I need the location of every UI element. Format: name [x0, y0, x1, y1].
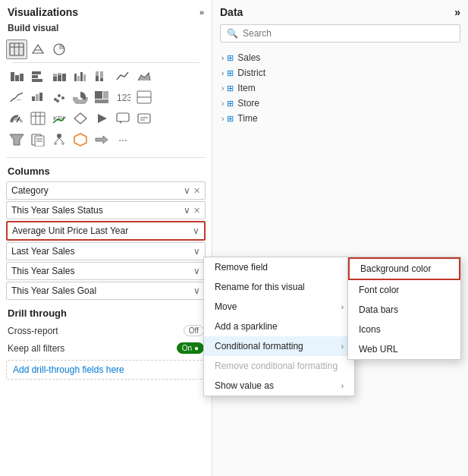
- menu-rename[interactable]: Rename for this visual: [204, 277, 354, 297]
- vis-icon-100pct[interactable]: [91, 66, 112, 86]
- vis-icon-play[interactable]: [91, 109, 112, 128]
- menu-conditional-formatting-label: Conditional formatting: [215, 341, 303, 351]
- field-last-year-sales-label: Last Year Sales: [11, 246, 193, 257]
- search-box[interactable]: 🔍: [220, 24, 460, 43]
- icon-row-3: 123: [6, 87, 206, 107]
- svg-rect-50: [138, 114, 150, 123]
- vis-icon-diamond[interactable]: [70, 109, 91, 128]
- data-title: Data: [220, 6, 243, 18]
- tree-chevron-sales: ›: [221, 54, 224, 62]
- tree-chevron-item: ›: [221, 84, 224, 93]
- vis-icon-kpi[interactable]: KPI: [49, 109, 70, 128]
- vis-icon-scatter[interactable]: [49, 87, 70, 107]
- add-drillthrough[interactable]: Add drill-through fields here: [6, 360, 206, 380]
- tree-table-icon-district: ⊞: [227, 68, 234, 78]
- submenu-web-url[interactable]: Web URL: [348, 339, 460, 359]
- svg-rect-35: [103, 91, 108, 99]
- submenu-font-color-label: Font color: [359, 285, 399, 295]
- field-chevron-icon2: ∨: [184, 205, 190, 216]
- icon-grid: 123 KPI ···: [0, 38, 212, 154]
- submenu-background-color[interactable]: Background color: [348, 257, 460, 280]
- field-last-year-sales[interactable]: Last Year Sales ∨: [6, 242, 206, 260]
- svg-marker-53: [10, 134, 24, 145]
- field-chevron-icon: ∨: [184, 185, 190, 196]
- vis-icon-gauge[interactable]: [6, 109, 27, 128]
- menu-show-value-as[interactable]: Show value as ›: [204, 376, 354, 396]
- vis-icon-analytics[interactable]: [49, 39, 70, 59]
- right-panel: Data » 🔍 › ⊞ Sales › ⊞ District › ⊞ Item…: [212, 0, 468, 476]
- field-avg-unit-price[interactable]: Average Unit Price Last Year ∨: [6, 221, 206, 241]
- fields-list: Category ∨ ✕ This Year Sales Status ∨ ✕ …: [0, 180, 212, 301]
- svg-rect-7: [15, 75, 19, 81]
- menu-move[interactable]: Move ›: [204, 297, 354, 317]
- vis-icon-matrix[interactable]: [27, 109, 49, 128]
- vis-icon-pie[interactable]: [70, 87, 91, 107]
- field-avg-unit-price-icons: ∨: [193, 225, 199, 236]
- vis-icon-number[interactable]: 123: [112, 87, 133, 107]
- data-chevron[interactable]: »: [454, 6, 460, 18]
- svg-rect-18: [77, 76, 80, 81]
- vis-icon-multirow[interactable]: [133, 87, 155, 107]
- field-this-year-goal[interactable]: This Year Sales Goal ∨: [6, 282, 206, 300]
- menu-sparkline[interactable]: Add a sparkline: [204, 317, 354, 336]
- visualizations-chevron[interactable]: »: [199, 8, 204, 17]
- tree-sales[interactable]: › ⊞ Sales: [215, 50, 465, 65]
- vis-icon-bar[interactable]: [6, 66, 27, 86]
- vis-icon-paginated[interactable]: [27, 130, 49, 150]
- vis-icon-line[interactable]: [112, 66, 133, 86]
- vis-icon-treemap[interactable]: [91, 87, 112, 107]
- vis-icon-arrow[interactable]: [91, 130, 112, 150]
- svg-point-30: [58, 94, 61, 97]
- drill-keep-filters-label: Keep all filters: [8, 343, 64, 354]
- vis-icon-stacked[interactable]: [49, 66, 70, 86]
- field-remove-icon[interactable]: ✕: [193, 186, 200, 196]
- svg-marker-64: [96, 136, 108, 143]
- vis-icon-waterfall[interactable]: [27, 87, 49, 107]
- vis-icon-table[interactable]: [6, 39, 27, 59]
- cross-report-toggle[interactable]: Off: [184, 325, 204, 336]
- vis-icon-area[interactable]: [133, 66, 155, 86]
- drill-cross-report: Cross-report Off: [0, 322, 212, 339]
- svg-rect-8: [20, 74, 24, 81]
- submenu-web-url-label: Web URL: [359, 344, 398, 355]
- tree-table-icon-item: ⊞: [227, 84, 234, 93]
- search-input[interactable]: [243, 28, 454, 39]
- submenu-data-bars[interactable]: Data bars: [348, 300, 460, 320]
- menu-move-label: Move: [215, 301, 237, 312]
- svg-line-59: [55, 138, 59, 142]
- tree-district[interactable]: › ⊞ District: [215, 65, 465, 80]
- keep-filters-toggle[interactable]: On ●: [177, 342, 204, 354]
- menu-rename-label: Rename for this visual: [215, 282, 305, 292]
- field-thisyear-status-label: This Year Sales Status: [11, 205, 184, 216]
- menu-conditional-formatting[interactable]: Conditional formatting ›: [204, 336, 354, 356]
- submenu-icons[interactable]: Icons: [348, 320, 460, 339]
- tree-time[interactable]: › ⊞ Time: [215, 111, 465, 126]
- svg-marker-49: [119, 121, 121, 124]
- vis-icon-hbar[interactable]: [27, 66, 49, 86]
- vis-icon-hex[interactable]: [70, 130, 91, 150]
- field-category[interactable]: Category ∨ ✕: [6, 181, 206, 200]
- svg-rect-12: [53, 77, 57, 81]
- vis-icon-funnel[interactable]: [6, 130, 27, 150]
- vis-icon-card[interactable]: [133, 109, 155, 128]
- vis-icon-decomp[interactable]: [49, 130, 70, 150]
- field-thisyear-status[interactable]: This Year Sales Status ∨ ✕: [6, 201, 206, 219]
- svg-rect-22: [96, 71, 99, 76]
- vis-icon-more[interactable]: ···: [112, 130, 133, 150]
- field-remove-icon2[interactable]: ✕: [193, 206, 200, 216]
- tree-store[interactable]: › ⊞ Store: [215, 96, 465, 111]
- vis-icon-ribbon[interactable]: [6, 87, 27, 107]
- submenu-font-color[interactable]: Font color: [348, 280, 460, 300]
- tree-item[interactable]: › ⊞ Item: [215, 80, 465, 96]
- tree-label-item: Item: [237, 83, 255, 93]
- icon-row-4: KPI: [6, 109, 206, 128]
- svg-marker-63: [74, 134, 86, 146]
- vis-icon-chat[interactable]: [112, 109, 133, 128]
- drill-cross-report-label: Cross-report: [8, 326, 58, 336]
- menu-remove-field[interactable]: Remove field: [204, 257, 354, 277]
- vis-icon-format[interactable]: [27, 39, 49, 59]
- submenu: Background color Font color Data bars Ic…: [347, 257, 461, 360]
- field-this-year-sales[interactable]: This Year Sales ∨: [6, 262, 206, 280]
- vis-icon-cluster[interactable]: [70, 66, 91, 86]
- svg-rect-41: [31, 112, 45, 125]
